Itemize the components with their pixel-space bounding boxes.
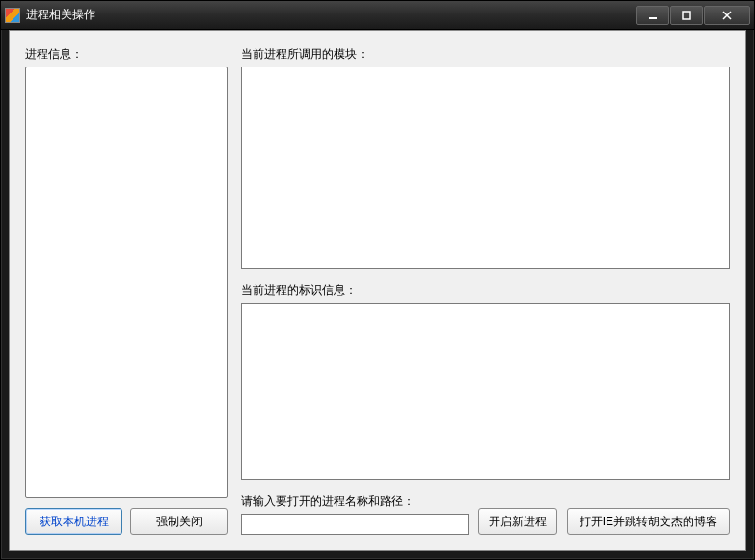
process-path-input[interactable]: [241, 514, 469, 535]
maximize-button[interactable]: [670, 6, 703, 25]
left-column: 进程信息： 获取本机进程 强制关闭: [25, 46, 228, 535]
minimize-button[interactable]: [636, 6, 669, 25]
modules-textbox[interactable]: [241, 67, 730, 269]
right-column: 当前进程所调用的模块： 当前进程的标识信息： 请输入要打开的进程名称和路径： 开…: [241, 46, 730, 535]
idinfo-textbox[interactable]: [241, 303, 730, 480]
modules-label: 当前进程所调用的模块：: [241, 46, 730, 63]
get-local-processes-button[interactable]: 获取本机进程: [25, 508, 122, 535]
open-ie-blog-button[interactable]: 打开IE并跳转胡文杰的博客: [567, 508, 730, 535]
start-new-process-button[interactable]: 开启新进程: [478, 508, 557, 535]
client-area: 进程信息： 获取本机进程 强制关闭 当前进程所调用的模块： 当前进程的标识信息：…: [9, 30, 746, 551]
app-icon: [5, 8, 20, 23]
left-buttons-row: 获取本机进程 强制关闭: [25, 508, 228, 535]
bottom-row: 请输入要打开的进程名称和路径： 开启新进程 打开IE并跳转胡文杰的博客: [241, 493, 730, 535]
main-window: 进程相关操作 进程信息： 获取本机进程 强制关闭: [0, 0, 755, 560]
window-title: 进程相关操作: [26, 7, 636, 23]
titlebar[interactable]: 进程相关操作: [1, 1, 754, 30]
svg-rect-1: [683, 12, 690, 19]
layout: 进程信息： 获取本机进程 强制关闭 当前进程所调用的模块： 当前进程的标识信息：…: [25, 46, 730, 535]
process-list[interactable]: [25, 67, 228, 498]
path-prompt-label: 请输入要打开的进程名称和路径：: [241, 493, 469, 510]
minimize-icon: [648, 11, 658, 20]
svg-rect-0: [649, 17, 657, 19]
close-icon: [722, 11, 732, 20]
force-close-button[interactable]: 强制关闭: [130, 508, 228, 535]
maximize-icon: [682, 11, 691, 20]
close-button[interactable]: [704, 6, 750, 25]
idinfo-label: 当前进程的标识信息：: [241, 282, 730, 299]
window-controls: [636, 6, 750, 25]
process-info-label: 进程信息：: [25, 46, 228, 63]
path-input-group: 请输入要打开的进程名称和路径：: [241, 493, 469, 535]
